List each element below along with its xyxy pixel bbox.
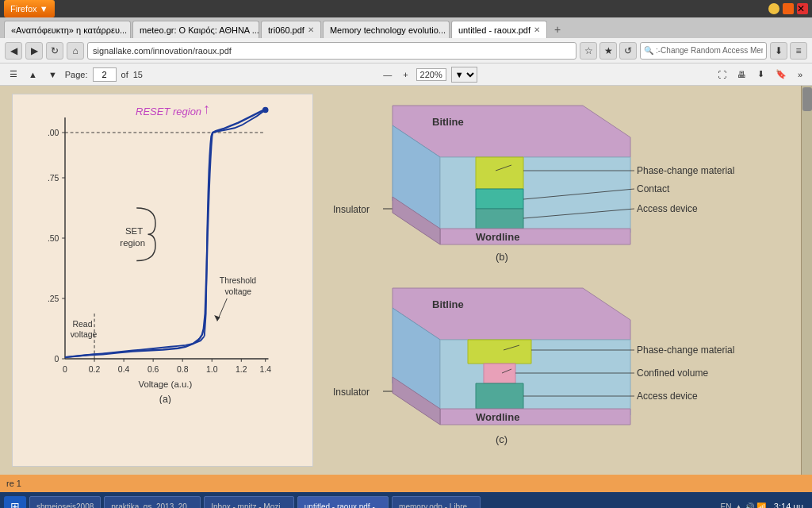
tab-2[interactable]: tri060.pdf ✕ bbox=[261, 21, 321, 38]
chart-svg: 0 .25 .50 .75 .00 0 0.2 0.4 bbox=[21, 102, 290, 404]
svg-text:Insulator: Insulator bbox=[333, 204, 370, 215]
reload-button[interactable]: ↻ bbox=[46, 42, 63, 60]
taskbar-item-3[interactable]: untitled - raoux.pdf -... bbox=[297, 496, 389, 508]
language-indicator: EN bbox=[720, 502, 731, 509]
svg-text:1.4: 1.4 bbox=[259, 365, 271, 374]
page-input[interactable] bbox=[93, 67, 117, 82]
svg-text:(b): (b) bbox=[496, 251, 508, 263]
address-text: signallake.com/innovation/raoux.pdf bbox=[93, 46, 232, 56]
reset-region-label: RESET region bbox=[136, 106, 201, 117]
svg-marker-50 bbox=[440, 229, 630, 244]
start-button[interactable]: ⊞ bbox=[4, 496, 26, 508]
svg-text:.00: .00 bbox=[48, 129, 59, 137]
svg-text:1.2: 1.2 bbox=[236, 365, 247, 374]
tab-3-close[interactable]: ✕ bbox=[449, 25, 450, 34]
home-button[interactable]: ⌂ bbox=[67, 42, 84, 60]
restore-button[interactable] bbox=[783, 3, 794, 14]
svg-text:Contact: Contact bbox=[637, 183, 670, 194]
content-area: RESET region ↑ 0 .25 .50 bbox=[0, 86, 812, 475]
diagrams-container: Bitline Insulator bbox=[329, 94, 789, 467]
svg-text:0.2: 0.2 bbox=[89, 365, 101, 374]
sidebar-toggle[interactable]: ☰ bbox=[6, 67, 21, 83]
taskbar-item-2[interactable]: Inbox - mpitz - Mozi... bbox=[204, 496, 294, 508]
more-tools-button[interactable]: » bbox=[795, 67, 806, 83]
zoom-select[interactable]: ▼ bbox=[451, 67, 477, 83]
taskbar-item-4[interactable]: memory.odp - Libre... bbox=[392, 496, 481, 508]
status-text: re 1 bbox=[6, 479, 21, 488]
svg-text:(a): (a) bbox=[159, 394, 171, 404]
bookmark-button[interactable]: 🔖 bbox=[772, 67, 790, 83]
svg-text:Bitline: Bitline bbox=[432, 298, 464, 310]
menu-button[interactable]: ≡ bbox=[790, 42, 807, 60]
svg-marker-44 bbox=[440, 157, 630, 233]
svg-text:Wordline: Wordline bbox=[476, 411, 519, 423]
tab-1-label: meteo.gr: Ο Καιρός: ΑΘΗΝΑ ... bbox=[140, 25, 259, 35]
dropdown-arrow: ▼ bbox=[40, 4, 48, 13]
tab-4[interactable]: untitled - raoux.pdf ✕ bbox=[451, 21, 547, 38]
taskbar: ⊞ shmeioseis2008 praktika_gs_2013_20... … bbox=[0, 492, 812, 508]
svg-text:.25: .25 bbox=[48, 294, 59, 303]
svg-marker-48 bbox=[476, 189, 523, 209]
tab-4-close[interactable]: ✕ bbox=[534, 25, 540, 34]
taskbar-item-3-label: untitled - raoux.pdf -... bbox=[304, 502, 381, 509]
minimize-button[interactable] bbox=[768, 3, 779, 14]
svg-text:SET: SET bbox=[125, 226, 143, 236]
bookmark-star2[interactable]: ★ bbox=[599, 42, 617, 60]
tab-0[interactable]: «Αναπόφευκτη» η κατάρρευ... ✕ bbox=[4, 21, 131, 38]
search-bar[interactable]: 🔍 :-Change Random Access Memory: bbox=[640, 42, 767, 60]
tab-2-close[interactable]: ✕ bbox=[308, 25, 314, 34]
svg-text:0.6: 0.6 bbox=[147, 365, 159, 374]
taskbar-item-2-label: Inbox - mpitz - Mozi... bbox=[211, 502, 287, 509]
taskbar-item-0[interactable]: shmeioseis2008 bbox=[29, 496, 101, 508]
svg-text:0.8: 0.8 bbox=[177, 365, 189, 374]
tab-0-label: «Αναπόφευκτη» η κατάρρευ... bbox=[11, 25, 127, 35]
downloads-button[interactable]: ⬇ bbox=[770, 42, 787, 60]
nav-bar: ◀ ▶ ↻ ⌂ signallake.com/innovation/raoux.… bbox=[0, 38, 812, 64]
svg-marker-70 bbox=[440, 409, 630, 425]
svg-text:Voltage (a.u.): Voltage (a.u.) bbox=[138, 379, 192, 389]
svg-text:0.4: 0.4 bbox=[118, 365, 130, 374]
firefox-button[interactable]: Firefox ▼ bbox=[4, 0, 55, 17]
taskbar-item-1[interactable]: praktika_gs_2013_20... bbox=[104, 496, 201, 508]
svg-text:(c): (c) bbox=[496, 433, 508, 445]
back-button[interactable]: ◀ bbox=[5, 42, 22, 60]
taskbar-item-0-label: shmeioseis2008 bbox=[36, 502, 94, 509]
close-button[interactable]: ✕ bbox=[797, 3, 808, 14]
svg-text:Bitline: Bitline bbox=[432, 116, 464, 128]
tab-2-label: tri060.pdf bbox=[268, 25, 304, 35]
next-page-button[interactable]: ▼ bbox=[45, 67, 60, 83]
nav-extra-icons: ⬇ ≡ bbox=[770, 42, 807, 60]
page-of: of bbox=[121, 70, 128, 79]
pdf-toolbar: ☰ ▲ ▼ Page: of 15 — + 220% ▼ ⛶ 🖶 ⬇ 🔖 » bbox=[0, 64, 812, 86]
page-total: 15 bbox=[133, 70, 143, 79]
scrollbar-right[interactable] bbox=[801, 86, 812, 475]
svg-text:Read: Read bbox=[73, 320, 93, 329]
download-pdf-button[interactable]: ⬇ bbox=[754, 67, 768, 83]
refresh-btn[interactable]: ↺ bbox=[619, 42, 637, 60]
address-bar[interactable]: signallake.com/innovation/raoux.pdf bbox=[87, 42, 576, 60]
tab-3[interactable]: Memory technology evolutio... ✕ bbox=[323, 21, 450, 38]
chart-a: RESET region ↑ 0 .25 .50 bbox=[12, 94, 313, 467]
scrollbar-thumb[interactable] bbox=[802, 87, 812, 111]
forward-button[interactable]: ▶ bbox=[25, 42, 43, 60]
svg-marker-49 bbox=[476, 209, 523, 229]
svg-text:voltage: voltage bbox=[71, 330, 98, 339]
tab-1[interactable]: meteo.gr: Ο Καιρός: ΑΘΗΝΑ ... ✕ bbox=[132, 21, 259, 38]
zoom-out-button[interactable]: — bbox=[380, 67, 395, 83]
svg-marker-69 bbox=[476, 383, 523, 409]
new-tab-button[interactable]: + bbox=[549, 21, 566, 38]
zoom-in-button[interactable]: + bbox=[400, 67, 411, 83]
fit-page-button[interactable]: ⛶ bbox=[714, 67, 730, 83]
prev-page-button[interactable]: ▲ bbox=[25, 67, 40, 83]
page-label: Page: bbox=[65, 70, 88, 79]
firefox-label: Firefox bbox=[10, 4, 37, 13]
print-button[interactable]: 🖶 bbox=[734, 67, 749, 83]
svg-marker-47 bbox=[476, 157, 523, 189]
svg-text:Threshold: Threshold bbox=[220, 276, 257, 285]
tab-0-close[interactable]: ✕ bbox=[130, 25, 131, 34]
bookmark-star[interactable]: ☆ bbox=[580, 42, 597, 60]
pdf-content: RESET region ↑ 0 .25 .50 bbox=[0, 86, 801, 475]
svg-text:Access device: Access device bbox=[637, 391, 698, 402]
svg-text:region: region bbox=[120, 238, 145, 248]
svg-text:Insulator: Insulator bbox=[333, 387, 370, 398]
